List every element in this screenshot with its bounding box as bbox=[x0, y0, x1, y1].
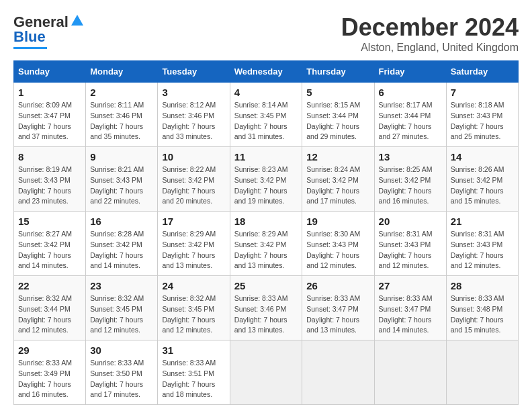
day-info: Sunrise: 8:26 AMSunset: 3:42 PMDaylight:… bbox=[451, 165, 514, 207]
day-cell: 29 Sunrise: 8:33 AMSunset: 3:49 PMDaylig… bbox=[14, 340, 86, 405]
day-cell: 12 Sunrise: 8:24 AMSunset: 3:42 PMDaylig… bbox=[302, 147, 374, 212]
day-number: 6 bbox=[379, 87, 442, 98]
day-cell: 2 Sunrise: 8:11 AMSunset: 3:46 PMDayligh… bbox=[86, 83, 158, 147]
day-info: Sunrise: 8:27 AMSunset: 3:42 PMDaylight:… bbox=[18, 229, 81, 271]
day-info: Sunrise: 8:29 AMSunset: 3:42 PMDaylight:… bbox=[234, 229, 298, 271]
day-number: 11 bbox=[234, 151, 298, 163]
day-info: Sunrise: 8:12 AMSunset: 3:46 PMDaylight:… bbox=[162, 100, 225, 142]
logo: General Blue bbox=[13, 13, 85, 49]
day-cell: 5 Sunrise: 8:15 AMSunset: 3:44 PMDayligh… bbox=[302, 83, 374, 147]
day-info: Sunrise: 8:22 AMSunset: 3:42 PMDaylight:… bbox=[162, 165, 225, 207]
day-cell: 31 Sunrise: 8:33 AMSunset: 3:51 PMDaylig… bbox=[158, 340, 230, 405]
day-number: 19 bbox=[306, 216, 369, 227]
col-header-saturday: Saturday bbox=[446, 61, 518, 83]
day-cell: 4 Sunrise: 8:14 AMSunset: 3:45 PMDayligh… bbox=[230, 83, 302, 147]
day-info: Sunrise: 8:24 AMSunset: 3:42 PMDaylight:… bbox=[306, 165, 369, 207]
day-cell: 25 Sunrise: 8:33 AMSunset: 3:46 PMDaylig… bbox=[230, 276, 302, 340]
day-info: Sunrise: 8:33 AMSunset: 3:50 PMDaylight:… bbox=[90, 358, 153, 400]
week-row-1: 1 Sunrise: 8:09 AMSunset: 3:47 PMDayligh… bbox=[14, 83, 519, 147]
week-row-3: 15 Sunrise: 8:27 AMSunset: 3:42 PMDaylig… bbox=[14, 212, 519, 276]
day-number: 2 bbox=[90, 87, 153, 98]
logo-underline bbox=[13, 47, 47, 49]
day-number: 21 bbox=[451, 216, 514, 227]
location: Alston, England, United Kingdom bbox=[341, 42, 519, 54]
day-cell bbox=[374, 340, 446, 405]
day-cell: 21 Sunrise: 8:31 AMSunset: 3:43 PMDaylig… bbox=[446, 212, 518, 276]
day-number: 20 bbox=[379, 216, 442, 227]
day-info: Sunrise: 8:33 AMSunset: 3:47 PMDaylight:… bbox=[379, 293, 442, 336]
day-cell bbox=[446, 340, 518, 405]
day-number: 29 bbox=[18, 345, 81, 356]
day-cell: 14 Sunrise: 8:26 AMSunset: 3:42 PMDaylig… bbox=[446, 147, 518, 212]
day-cell: 20 Sunrise: 8:31 AMSunset: 3:43 PMDaylig… bbox=[374, 212, 446, 276]
day-cell: 27 Sunrise: 8:33 AMSunset: 3:47 PMDaylig… bbox=[374, 276, 446, 340]
day-number: 3 bbox=[162, 87, 225, 98]
col-header-tuesday: Tuesday bbox=[158, 61, 230, 83]
svg-marker-0 bbox=[71, 15, 83, 26]
day-number: 28 bbox=[451, 280, 514, 291]
day-cell: 10 Sunrise: 8:22 AMSunset: 3:42 PMDaylig… bbox=[158, 147, 230, 212]
day-number: 12 bbox=[306, 151, 369, 163]
day-cell: 28 Sunrise: 8:33 AMSunset: 3:48 PMDaylig… bbox=[446, 276, 518, 340]
day-cell bbox=[230, 340, 302, 405]
day-cell: 30 Sunrise: 8:33 AMSunset: 3:50 PMDaylig… bbox=[86, 340, 158, 405]
day-number: 1 bbox=[18, 87, 81, 98]
day-cell: 19 Sunrise: 8:30 AMSunset: 3:43 PMDaylig… bbox=[302, 212, 374, 276]
day-number: 22 bbox=[18, 280, 81, 291]
day-cell: 15 Sunrise: 8:27 AMSunset: 3:42 PMDaylig… bbox=[14, 212, 86, 276]
day-cell: 9 Sunrise: 8:21 AMSunset: 3:43 PMDayligh… bbox=[86, 147, 158, 212]
col-header-thursday: Thursday bbox=[302, 61, 374, 83]
day-info: Sunrise: 8:11 AMSunset: 3:46 PMDaylight:… bbox=[90, 100, 153, 142]
day-number: 5 bbox=[306, 87, 369, 98]
day-info: Sunrise: 8:31 AMSunset: 3:43 PMDaylight:… bbox=[451, 229, 514, 271]
day-info: Sunrise: 8:25 AMSunset: 3:42 PMDaylight:… bbox=[379, 165, 442, 207]
day-cell: 13 Sunrise: 8:25 AMSunset: 3:42 PMDaylig… bbox=[374, 147, 446, 212]
day-cell: 8 Sunrise: 8:19 AMSunset: 3:43 PMDayligh… bbox=[14, 147, 86, 212]
day-info: Sunrise: 8:23 AMSunset: 3:42 PMDaylight:… bbox=[234, 165, 298, 207]
day-number: 13 bbox=[379, 151, 442, 163]
day-info: Sunrise: 8:19 AMSunset: 3:43 PMDaylight:… bbox=[18, 165, 81, 207]
day-number: 30 bbox=[90, 345, 153, 356]
day-info: Sunrise: 8:09 AMSunset: 3:47 PMDaylight:… bbox=[18, 100, 81, 142]
day-cell: 17 Sunrise: 8:29 AMSunset: 3:42 PMDaylig… bbox=[158, 212, 230, 276]
day-number: 16 bbox=[90, 216, 153, 227]
calendar-table: SundayMondayTuesdayWednesdayThursdayFrid… bbox=[13, 60, 519, 405]
col-header-wednesday: Wednesday bbox=[230, 61, 302, 83]
day-info: Sunrise: 8:14 AMSunset: 3:45 PMDaylight:… bbox=[234, 100, 298, 142]
day-cell: 6 Sunrise: 8:17 AMSunset: 3:44 PMDayligh… bbox=[374, 83, 446, 147]
day-number: 27 bbox=[379, 280, 442, 291]
col-header-friday: Friday bbox=[374, 61, 446, 83]
day-info: Sunrise: 8:32 AMSunset: 3:45 PMDaylight:… bbox=[162, 293, 225, 336]
week-row-4: 22 Sunrise: 8:32 AMSunset: 3:44 PMDaylig… bbox=[14, 276, 519, 340]
day-cell: 11 Sunrise: 8:23 AMSunset: 3:42 PMDaylig… bbox=[230, 147, 302, 212]
day-info: Sunrise: 8:18 AMSunset: 3:43 PMDaylight:… bbox=[451, 100, 514, 142]
day-info: Sunrise: 8:29 AMSunset: 3:42 PMDaylight:… bbox=[162, 229, 225, 271]
col-header-monday: Monday bbox=[86, 61, 158, 83]
day-number: 8 bbox=[18, 151, 81, 163]
day-number: 4 bbox=[234, 87, 298, 98]
day-info: Sunrise: 8:33 AMSunset: 3:48 PMDaylight:… bbox=[451, 293, 514, 336]
day-cell: 16 Sunrise: 8:28 AMSunset: 3:42 PMDaylig… bbox=[86, 212, 158, 276]
day-cell: 22 Sunrise: 8:32 AMSunset: 3:44 PMDaylig… bbox=[14, 276, 86, 340]
day-info: Sunrise: 8:33 AMSunset: 3:46 PMDaylight:… bbox=[234, 293, 298, 336]
day-number: 10 bbox=[162, 151, 225, 163]
day-number: 31 bbox=[162, 345, 225, 356]
logo-blue: Blue bbox=[13, 28, 46, 46]
page-header: General Blue December 2024 Alston, Engla… bbox=[13, 13, 519, 54]
day-info: Sunrise: 8:15 AMSunset: 3:44 PMDaylight:… bbox=[306, 100, 369, 142]
day-number: 7 bbox=[451, 87, 514, 98]
day-info: Sunrise: 8:21 AMSunset: 3:43 PMDaylight:… bbox=[90, 165, 153, 207]
day-cell: 7 Sunrise: 8:18 AMSunset: 3:43 PMDayligh… bbox=[446, 83, 518, 147]
title-area: December 2024 Alston, England, United Ki… bbox=[341, 13, 519, 54]
day-number: 25 bbox=[234, 280, 298, 291]
day-number: 23 bbox=[90, 280, 153, 291]
day-info: Sunrise: 8:32 AMSunset: 3:45 PMDaylight:… bbox=[90, 293, 153, 336]
day-info: Sunrise: 8:33 AMSunset: 3:47 PMDaylight:… bbox=[306, 293, 369, 336]
day-info: Sunrise: 8:30 AMSunset: 3:43 PMDaylight:… bbox=[306, 229, 369, 271]
day-info: Sunrise: 8:33 AMSunset: 3:51 PMDaylight:… bbox=[162, 358, 225, 400]
day-cell: 3 Sunrise: 8:12 AMSunset: 3:46 PMDayligh… bbox=[158, 83, 230, 147]
day-number: 15 bbox=[18, 216, 81, 227]
day-info: Sunrise: 8:31 AMSunset: 3:43 PMDaylight:… bbox=[379, 229, 442, 271]
day-cell: 1 Sunrise: 8:09 AMSunset: 3:47 PMDayligh… bbox=[14, 83, 86, 147]
day-number: 17 bbox=[162, 216, 225, 227]
